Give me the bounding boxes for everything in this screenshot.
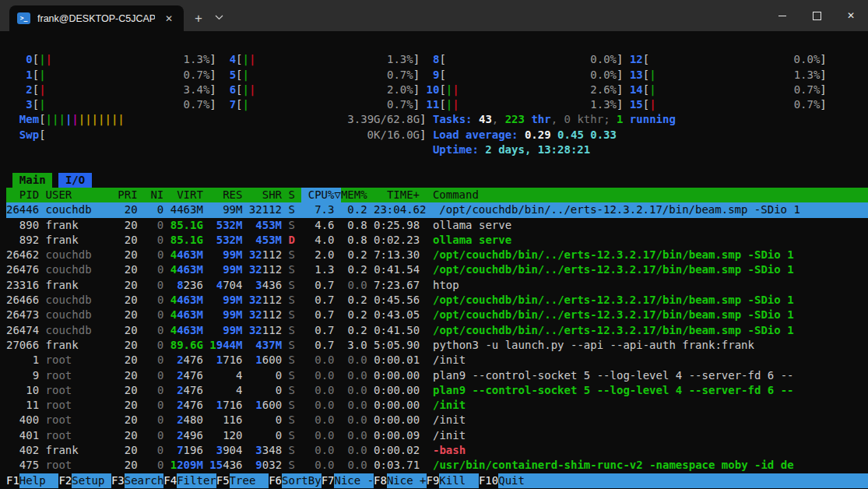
process-row[interactable]: 26476 couchdb 20 0 4463M 99M 32112 S 1.3… <box>6 262 868 277</box>
process-row[interactable]: 10 root 20 0 2476 4 0 S 0.0 0.0 0:00.00 … <box>6 383 868 398</box>
tab-dropdown-icon[interactable] <box>215 9 223 23</box>
process-row-text: 2.0 <box>295 248 335 262</box>
memory-meter-row-text: thr <box>525 112 551 127</box>
fkey-help[interactable]: Help <box>19 473 59 488</box>
spacer <box>243 458 256 473</box>
process-row-text: /opt/couchdb/bin/../erts-12.3.2.17/bin/b… <box>433 308 794 322</box>
spacer <box>163 308 170 322</box>
process-row[interactable]: 9 root 20 0 2476 4 0 S 0.0 0.0 0:00.00 p… <box>6 368 868 383</box>
process-row-text: 4 <box>170 308 177 322</box>
process-row-text: 476 <box>184 368 203 383</box>
process-row[interactable]: 402 frank 20 0 7196 3904 3348 S 0.0 0.0 … <box>6 443 868 458</box>
tab-io[interactable]: I/O <box>58 173 91 188</box>
process-row-text: 0 <box>138 383 164 398</box>
maximize-button[interactable] <box>799 0 834 31</box>
process-row-text: 0.0 <box>335 398 367 413</box>
process-row-text: S <box>289 338 295 353</box>
process-row-text: 0.0 <box>335 353 367 368</box>
cpu-meter-row-4-text: 0.7% <box>794 97 821 112</box>
tab-main[interactable]: Main <box>12 173 52 188</box>
title-bar: >_ frank@DESKTOP-C5JCAPR: /e ✕ + ✕ <box>0 0 868 31</box>
fkey-kill[interactable]: Kill <box>439 473 479 488</box>
cpu-meter-row-4-text: ] <box>617 97 623 112</box>
tab-close-icon[interactable]: ✕ <box>162 12 176 26</box>
process-row-text: 1 <box>209 338 216 353</box>
process-row-text: 0.0 <box>335 458 367 473</box>
fkey-tree[interactable]: Tree <box>230 473 269 488</box>
process-row-text: 0:43.05 <box>367 308 420 322</box>
process-row[interactable]: 401 root 20 0 2496 120 0 S 0.0 0.0 0:00.… <box>6 428 868 443</box>
terminal-screen[interactable]: 0[|| 1.3%] 4[|| 1.3%] 8[ 0.0%] 12[ 0.0%]… <box>0 31 868 489</box>
spacer <box>282 413 288 427</box>
process-row-text: 0 <box>138 233 164 248</box>
process-row[interactable]: 27066 frank 20 0 89.6G 1944M 437M S 0.7 … <box>6 338 868 353</box>
spacer <box>420 293 433 308</box>
function-key-bar[interactable]: F1Help F2Setup F3SearchF4FilterF5Tree F6… <box>6 473 868 488</box>
spacer <box>163 278 177 293</box>
process-row-text: 892 frank 20 <box>6 233 138 248</box>
cpu-meter-row-1-text: [ <box>236 52 242 67</box>
process-row[interactable]: 1 root 20 0 2476 1716 1600 S 0.0 0.0 0:0… <box>6 353 868 368</box>
process-row-text: 0:00.01 <box>367 353 420 368</box>
cpu-meter-row-4-text: | <box>243 97 249 112</box>
process-row[interactable]: 400 root 20 0 2480 116 0 S 0.0 0.0 0:00.… <box>6 413 868 427</box>
process-row-text: 99M <box>223 293 242 308</box>
process-row[interactable]: 26473 couchdb 20 0 4463M 99M 32112 S 0.7… <box>6 308 868 322</box>
spacer <box>203 338 209 353</box>
process-row-text: 20 <box>118 458 137 473</box>
process-row[interactable]: 26462 couchdb 20 0 4463M 99M 32112 S 2.0… <box>6 248 868 262</box>
process-row[interactable]: 23316 frank 20 0 8236 4704 3436 S 0.7 0.… <box>6 278 868 293</box>
process-row-text: 112 <box>262 248 282 262</box>
process-row-text: 20 <box>118 308 137 322</box>
process-row-text: 4 <box>203 383 243 398</box>
process-row-text: 0 <box>138 218 164 233</box>
process-row[interactable]: 475 root 20 0 1209M 15436 9032 S 0.0 0.0… <box>6 458 868 473</box>
close-button[interactable]: ✕ <box>834 0 868 31</box>
fkey-search[interactable]: Search <box>125 473 164 488</box>
process-row-text: 532M <box>216 218 243 233</box>
cpu-meter-row-1-text: | <box>39 52 45 67</box>
memory-meter-row-text: ||| <box>46 112 65 127</box>
process-row-text: 2 <box>177 368 183 383</box>
fkey-nice-plus[interactable]: Nice + <box>387 473 427 488</box>
process-table-header[interactable]: PID USER PRI NI VIRT RES SHR S CPU%▽MEM%… <box>6 188 868 202</box>
process-row-text: 0 <box>138 262 164 277</box>
process-row[interactable]: 892 frank 20 0 85.1G 532M 453M D 4.0 0.8… <box>6 233 868 248</box>
process-row-text: 0.0 <box>335 278 367 293</box>
process-row-text: 32 <box>249 308 262 322</box>
process-row-text: S <box>289 278 295 293</box>
process-row-text: 0.7 <box>295 278 335 293</box>
sort-column-cpu[interactable]: CPU%▽ <box>301 188 341 202</box>
fkey-quit[interactable]: Quit <box>498 473 525 488</box>
swap-meter-row-text: 0.29 <box>525 128 557 142</box>
memory-meter-row-text: 0 kthr <box>564 112 604 127</box>
fkey-setup[interactable]: Setup <box>72 473 111 488</box>
process-row-text: 209M <box>177 458 203 473</box>
process-row-text: 4 <box>170 262 177 277</box>
terminal-tab[interactable]: >_ frank@DESKTOP-C5JCAPR: /e ✕ <box>9 5 184 31</box>
screen-tabs-row[interactable]: Main I/O <box>6 173 868 188</box>
fkey-nice-minus[interactable]: Nice - <box>334 473 374 488</box>
new-tab-button[interactable]: + <box>195 11 202 26</box>
fkey-filter[interactable]: Filter <box>177 473 216 488</box>
process-row-text: root <box>46 383 118 398</box>
process-row-text: 2 <box>177 353 183 368</box>
process-row[interactable]: 26474 couchdb 20 0 4463M 99M 32112 S 0.7… <box>6 323 868 338</box>
process-row-selected[interactable]: 26446 couchdb 20 0 4463M 99M 32112 S 7.3… <box>6 202 868 217</box>
process-row-text: 0:02.23 <box>367 233 420 248</box>
spacer <box>249 68 387 83</box>
process-row[interactable]: 890 frank 20 0 85.1G 532M 453M S 4.6 0.8… <box>6 218 868 233</box>
minimize-button[interactable] <box>765 0 799 31</box>
cpu-meter-row-4-text: | <box>649 97 655 112</box>
process-row[interactable]: 26466 couchdb 20 0 4463M 99M 32112 S 0.7… <box>6 293 868 308</box>
process-row-text: 0 <box>138 308 164 322</box>
process-row-text: /init <box>420 413 466 427</box>
spacer <box>255 83 387 97</box>
process-row-text: 99M <box>223 323 242 338</box>
fkey-sortby[interactable]: SortBy <box>282 473 322 488</box>
process-row[interactable]: 11 root 20 0 2476 1716 1600 S 0.0 0.0 0:… <box>6 398 868 413</box>
spacer <box>203 262 223 277</box>
function-key-bar-text: F9 <box>427 473 440 488</box>
process-row-text: couchdb <box>46 323 118 338</box>
cpu-meter-row-3-text: ] <box>617 83 623 97</box>
